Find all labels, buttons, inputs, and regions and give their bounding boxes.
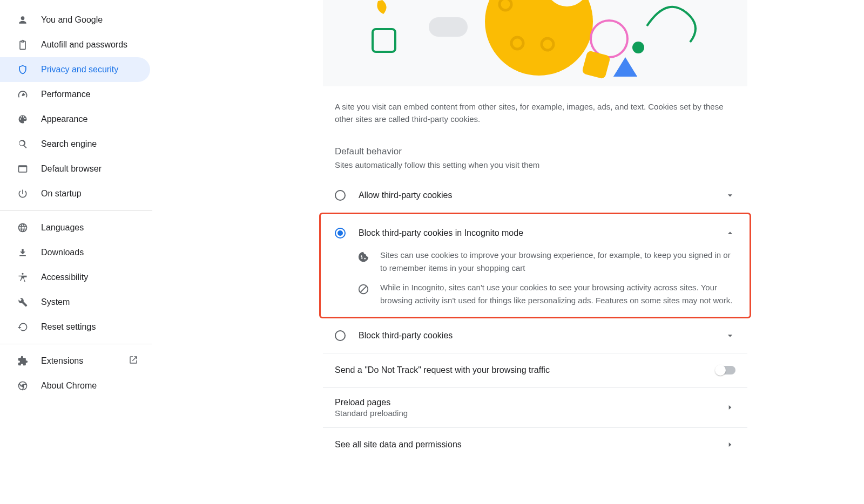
settings-sidebar: You and Google Autofill and passwords Pr…: [0, 0, 152, 504]
option-block-incognito[interactable]: Block third-party cookies in Incognito m…: [323, 214, 747, 249]
svg-rect-11: [582, 50, 611, 79]
download-icon: [16, 246, 29, 259]
option-label: Allow third-party cookies: [359, 190, 712, 200]
restore-icon: [16, 321, 29, 333]
palette-icon: [16, 113, 29, 126]
cookie-icon: [357, 251, 369, 263]
sidebar-item-system[interactable]: System: [0, 290, 150, 315]
intro-text: A site you visit can embed content from …: [323, 86, 747, 126]
radio-icon[interactable]: [335, 330, 346, 341]
chevron-down-icon[interactable]: [725, 330, 735, 341]
sidebar-item-label: On startup: [41, 189, 150, 199]
sidebar-item-reset-settings[interactable]: Reset settings: [0, 315, 150, 339]
clipboard-icon: [16, 38, 29, 51]
hero-illustration: [323, 0, 747, 86]
chevron-up-icon[interactable]: [725, 228, 735, 239]
sidebar-item-label: Privacy and security: [41, 65, 150, 74]
power-icon: [16, 187, 29, 200]
default-behavior-subtitle: Sites automatically follow this setting …: [323, 160, 747, 173]
option-label: Block third-party cookies in Incognito m…: [359, 228, 712, 238]
sidebar-item-languages[interactable]: Languages: [0, 215, 150, 240]
sidebar-item-privacy-security[interactable]: Privacy and security: [0, 57, 150, 82]
sidebar-item-you-and-google[interactable]: You and Google: [0, 8, 150, 32]
speedometer-icon: [16, 88, 29, 101]
sidebar-item-autofill[interactable]: Autofill and passwords: [0, 32, 150, 57]
option-description-row: Sites can use cookies to improve your br…: [323, 249, 747, 281]
sidebar-item-label: Languages: [41, 223, 150, 233]
svg-point-10: [632, 42, 644, 53]
person-icon: [16, 13, 29, 26]
sidebar-item-on-startup[interactable]: On startup: [0, 181, 150, 206]
sidebar-item-label: Autofill and passwords: [41, 40, 150, 50]
chevron-down-icon[interactable]: [725, 190, 735, 201]
row-see-all-site-data[interactable]: See all site data and permissions: [323, 427, 747, 462]
sidebar-item-label: Search engine: [41, 139, 150, 149]
sidebar-item-label: Downloads: [41, 248, 150, 257]
arrow-right-icon: [725, 402, 735, 413]
wrench-icon: [16, 296, 29, 309]
browser-icon: [16, 162, 29, 175]
search-icon: [16, 138, 29, 151]
toggle-switch[interactable]: [716, 366, 735, 374]
option-block-third-party-cookies[interactable]: Block third-party cookies: [323, 318, 747, 353]
sidebar-item-accessibility[interactable]: Accessibility: [0, 265, 150, 290]
sidebar-item-label: Accessibility: [41, 273, 150, 282]
svg-point-9: [591, 21, 627, 57]
row-label: Preload pages Standard preloading: [335, 398, 712, 418]
radio-icon[interactable]: [335, 190, 346, 201]
highlighted-selection: Block third-party cookies in Incognito m…: [319, 213, 751, 318]
default-behavior-title: Default behavior: [323, 126, 747, 160]
sidebar-divider: [0, 210, 152, 211]
globe-icon: [16, 221, 29, 234]
sidebar-item-about-chrome[interactable]: About Chrome: [0, 373, 150, 398]
option-description-text: While in Incognito, sites can't use your…: [380, 281, 735, 307]
svg-rect-7: [373, 29, 395, 52]
sidebar-item-label: Default browser: [41, 164, 150, 174]
sidebar-item-extensions[interactable]: Extensions: [0, 349, 150, 373]
row-subtitle: Standard preloading: [335, 408, 712, 418]
row-label: Send a "Do Not Track" request with your …: [335, 365, 703, 375]
sidebar-item-default-browser[interactable]: Default browser: [0, 156, 150, 181]
shield-icon: [16, 63, 29, 76]
chrome-icon: [16, 379, 29, 392]
accessibility-icon: [16, 271, 29, 284]
sidebar-item-label: System: [41, 297, 150, 307]
sidebar-item-label: About Chrome: [41, 381, 150, 391]
settings-panel: A site you visit can embed content from …: [323, 0, 747, 504]
sidebar-item-label: Extensions: [41, 356, 117, 366]
sidebar-item-downloads[interactable]: Downloads: [0, 240, 150, 265]
option-allow-third-party-cookies[interactable]: Allow third-party cookies: [323, 178, 747, 213]
sidebar-item-performance[interactable]: Performance: [0, 82, 150, 107]
row-do-not-track[interactable]: Send a "Do Not Track" request with your …: [323, 353, 747, 387]
main-content: A site you visit can embed content from …: [152, 0, 864, 504]
option-description-row: While in Incognito, sites can't use your…: [323, 281, 747, 317]
row-title: Preload pages: [335, 398, 712, 407]
arrow-right-icon: [725, 439, 735, 450]
option-label: Block third-party cookies: [359, 331, 712, 340]
sidebar-item-appearance[interactable]: Appearance: [0, 107, 150, 132]
sidebar-divider: [0, 344, 152, 344]
option-description-text: Sites can use cookies to improve your br…: [380, 249, 735, 275]
sidebar-item-label: Appearance: [41, 114, 150, 124]
svg-rect-8: [429, 17, 468, 37]
row-label: See all site data and permissions: [335, 440, 712, 449]
sidebar-item-label: You and Google: [41, 15, 150, 25]
sidebar-item-label: Performance: [41, 90, 150, 99]
open-external-icon: [129, 355, 138, 367]
row-preload-pages[interactable]: Preload pages Standard preloading: [323, 387, 747, 427]
radio-icon[interactable]: [335, 228, 346, 239]
sidebar-item-label: Reset settings: [41, 322, 150, 332]
sidebar-item-search-engine[interactable]: Search engine: [0, 132, 150, 156]
svg-point-2: [485, 0, 593, 76]
block-icon: [357, 283, 369, 295]
puzzle-icon: [16, 355, 29, 367]
